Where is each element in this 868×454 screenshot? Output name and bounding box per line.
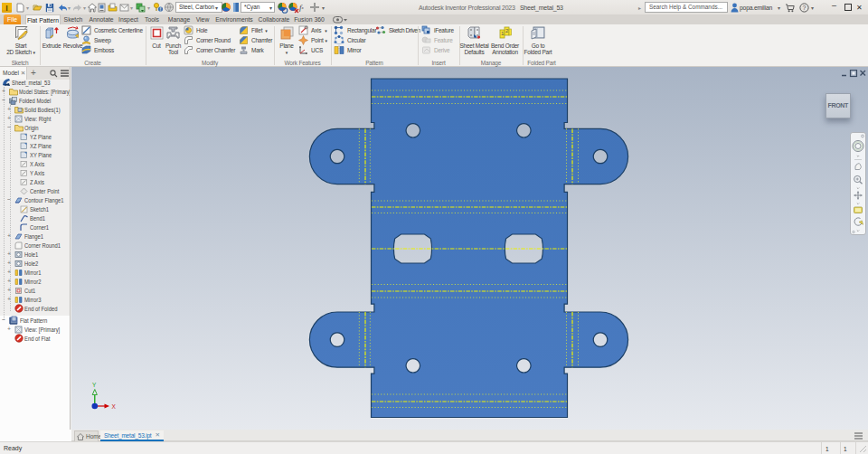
svg-text:I: I	[5, 3, 8, 12]
svg-text:Y: Y	[92, 382, 97, 388]
svg-text:?: ?	[803, 5, 807, 11]
svg-text:X: X	[112, 403, 117, 410]
